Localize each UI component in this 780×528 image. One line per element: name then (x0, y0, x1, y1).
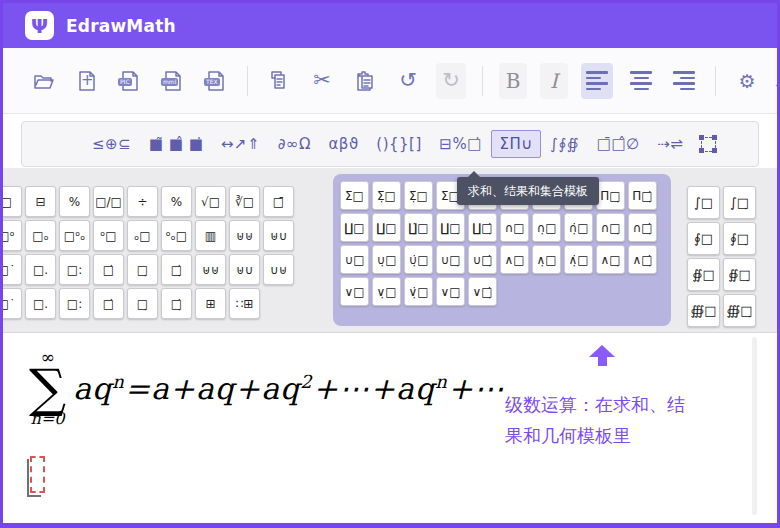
sum-template-cell[interactable]: ∐□ (340, 213, 369, 242)
fraction-template-cell[interactable]: ∛□ (229, 186, 260, 217)
fraction-template-cell[interactable]: ∪⊎ (263, 254, 294, 285)
fraction-template-cell[interactable]: □̣ (127, 254, 158, 285)
paste-button[interactable] (350, 63, 380, 99)
fraction-template-cell[interactable]: ᵒₒ□ (161, 220, 192, 251)
integral-template-cell[interactable]: ∮□ (687, 222, 720, 255)
sum-template-cell[interactable]: ∐□̣̇ (468, 213, 497, 242)
fraction-template-cell[interactable]: ⊎⊎ (195, 254, 226, 285)
fraction-template-cell[interactable]: ∷⊞ (229, 288, 260, 319)
integral-template-cell[interactable]: ∮□̣ (723, 222, 756, 255)
align-left-button[interactable] (581, 63, 613, 99)
category-relations[interactable]: ≤⊕⊆ (84, 130, 139, 158)
sum-template-cell[interactable]: ∩̣□ (532, 213, 561, 242)
integral-template-cell[interactable]: ∯□ (687, 258, 720, 291)
sum-template-cell[interactable]: ∩□̣ (596, 213, 625, 242)
fraction-template-cell[interactable]: ₒ□ (127, 220, 158, 251)
export-latex-button[interactable]: TEX (201, 63, 231, 99)
category-overbar-templates[interactable]: □̄□̂∅ (589, 130, 648, 158)
sum-template-cell[interactable]: Π□̣̇ (628, 181, 657, 210)
sum-template-cell[interactable]: ∧̣̇□ (564, 245, 593, 274)
sum-template-cell[interactable]: ∪̣̇□ (404, 245, 433, 274)
fraction-template-cell[interactable]: □̇ (93, 288, 124, 319)
fraction-template-cell[interactable]: □̇ (93, 254, 124, 285)
open-file-button[interactable] (29, 63, 59, 99)
insertion-placeholder[interactable] (30, 456, 45, 493)
redo-button[interactable]: ↻ (436, 63, 466, 99)
integral-template-cell[interactable]: ∫□ (687, 186, 720, 219)
fraction-template-cell[interactable]: ⊎∪ (229, 254, 260, 285)
sum-template-cell[interactable]: ∧̣□ (532, 245, 561, 274)
category-accents[interactable]: ■̃ ■̂ ■̇ (141, 130, 212, 158)
sum-template-cell[interactable]: ∨□̣ (436, 277, 465, 306)
sum-template-cell[interactable]: ∨̣□ (372, 277, 401, 306)
fraction-template-cell[interactable]: □̣̇ (161, 254, 192, 285)
export-image-button[interactable]: PIC (115, 63, 145, 99)
sum-template-cell[interactable]: ∪□̣̇ (468, 245, 497, 274)
new-file-button[interactable]: + (72, 63, 102, 99)
category-brackets[interactable]: (){}[] (368, 130, 430, 158)
category-arrows[interactable]: ↔↗⇑ (213, 130, 268, 158)
settings-button[interactable]: ⚙ (732, 63, 762, 99)
sum-template-cell[interactable]: Π□̣ (596, 181, 625, 210)
sum-template-cell[interactable]: ∧□̣ (596, 245, 625, 274)
sum-template-cell[interactable]: ∪□̣ (436, 245, 465, 274)
category-misc-symbols[interactable]: ∂∞Ω (270, 130, 319, 158)
fraction-template-cell[interactable]: □: (59, 288, 90, 319)
vertical-scrollbar[interactable] (752, 337, 757, 515)
category-selection[interactable] (693, 132, 724, 157)
fraction-template-cell[interactable]: □̄ (263, 186, 294, 217)
fraction-template-cell[interactable]: □ᵒₒ (59, 220, 90, 251)
sum-template-cell[interactable]: ∨□ (340, 277, 369, 306)
sum-template-cell[interactable]: ∪̣□ (372, 245, 401, 274)
cut-button[interactable]: ✂ (307, 63, 337, 99)
sum-template-cell[interactable]: Σ̣̇□ (404, 181, 433, 210)
fraction-template-cell[interactable]: ▥ (195, 220, 226, 251)
undo-button[interactable]: ↺ (393, 63, 423, 99)
sum-template-cell[interactable]: ∐̣□ (372, 213, 401, 242)
sum-template-cell[interactable]: ∐□̣ (436, 213, 465, 242)
sum-template-cell[interactable]: ∨̣̇□ (404, 277, 433, 306)
fraction-template-cell[interactable]: □/□ (93, 186, 124, 217)
sum-template-cell[interactable]: ∧□̣̇ (628, 245, 657, 274)
align-right-button[interactable] (669, 63, 699, 99)
integral-template-cell[interactable]: ∫□̣ (723, 186, 756, 219)
sum-template-cell[interactable]: ∨□̣̇ (468, 277, 497, 306)
integral-template-cell[interactable]: ∯□̣ (723, 258, 756, 291)
sum-template-cell[interactable]: ∩̣̇□ (564, 213, 593, 242)
sum-template-cell[interactable]: Σ̣□ (372, 181, 401, 210)
fraction-template-cell[interactable]: % (161, 186, 192, 217)
italic-button[interactable]: I (540, 63, 568, 99)
fraction-template-cell[interactable]: □. (25, 254, 56, 285)
fraction-template-cell[interactable]: □ (0, 186, 22, 217)
fraction-template-cell[interactable]: ⊎⊎ (229, 220, 260, 251)
sum-template-cell[interactable]: ∐̣̇□ (404, 213, 433, 242)
fraction-template-cell[interactable]: ÷ (127, 186, 158, 217)
fraction-template-cell[interactable]: √□ (195, 186, 226, 217)
fraction-template-cell[interactable]: □ₒ (25, 220, 56, 251)
category-greek-letters[interactable]: αβϑ (320, 130, 366, 158)
export-mathml-button[interactable]: mml (158, 63, 188, 99)
bold-button[interactable]: B (499, 63, 527, 99)
category-integral[interactable]: ∫∮∯ (542, 130, 587, 158)
fraction-template-cell[interactable]: ᵒ□ (93, 220, 124, 251)
sum-template-cell[interactable]: ∩□̣̇ (628, 213, 657, 242)
align-center-button[interactable] (626, 63, 656, 99)
fraction-template-cell[interactable]: □̣ (127, 288, 158, 319)
fraction-template-cell[interactable]: ⊞ (195, 288, 226, 319)
sum-template-cell[interactable]: Σ□ (340, 181, 369, 210)
sum-template-cell[interactable]: ∪□ (340, 245, 369, 274)
fraction-template-cell[interactable]: □˙ (0, 288, 22, 319)
fraction-template-cell[interactable]: ⊎∪ (263, 220, 294, 251)
fraction-template-cell[interactable]: □̣̇ (161, 288, 192, 319)
feedback-link[interactable]: 反馈.. (775, 72, 780, 90)
fraction-template-cell[interactable]: □: (59, 254, 90, 285)
copy-button[interactable] (264, 63, 294, 99)
integral-template-cell[interactable]: ∰□ (687, 294, 720, 327)
category-fraction-radical[interactable]: ⊟%□̇ (431, 130, 490, 158)
fraction-template-cell[interactable]: □˙ (0, 254, 22, 285)
sum-template-cell[interactable]: ∧□ (500, 245, 529, 274)
formula-canvas[interactable]: ∞ ∑ n=0 aqn=a+aq+aq2+⋯+aqn+⋯ 级数运算：在求和、结 … (3, 332, 777, 523)
integral-template-cell[interactable]: ∰□̣ (723, 294, 756, 327)
sum-template-cell[interactable]: ∩□ (500, 213, 529, 242)
fraction-template-cell[interactable]: □. (25, 288, 56, 319)
